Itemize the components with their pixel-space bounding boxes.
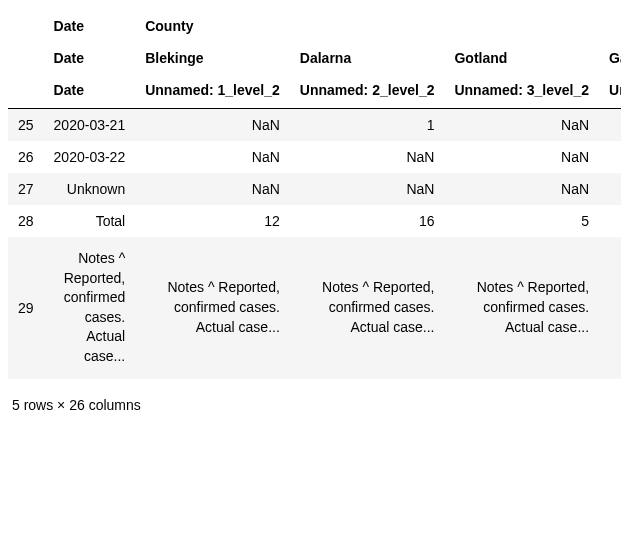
cell-value: 12 <box>135 205 290 237</box>
table-row: 26 2020-03-22 NaN NaN NaN 4 <box>8 141 621 173</box>
cell-notes: Notes ^ Reported, confirmed cases. Actua… <box>599 237 621 379</box>
cell-date: 2020-03-21 <box>44 109 136 142</box>
header-unnamed-3: Unnamed: 3_level_2 <box>444 74 599 109</box>
cell-date: Unknown <box>44 173 136 205</box>
header-row-2: Date Unnamed: 1_level_2 Unnamed: 2_level… <box>8 74 621 109</box>
header-blank-2-0 <box>8 74 44 109</box>
row-index: 28 <box>8 205 44 237</box>
cell-value: 5 <box>444 205 599 237</box>
header-gavleborg: Gävleborg <box>599 42 621 74</box>
row-index: 29 <box>8 237 44 379</box>
header-gotland: Gotland <box>444 42 599 74</box>
header-date-1: Date <box>44 42 136 74</box>
table-row: 25 2020-03-21 NaN 1 NaN 3 <box>8 109 621 142</box>
header-blank-0-0 <box>8 10 44 42</box>
header-date-0: Date <box>44 10 136 42</box>
cell-date: Total <box>44 205 136 237</box>
row-index: 27 <box>8 173 44 205</box>
cell-value: NaN <box>290 173 445 205</box>
row-index: 25 <box>8 109 44 142</box>
header-date-2: Date <box>44 74 136 109</box>
cell-value: 4 <box>599 141 621 173</box>
header-row-1: Date Blekinge Dalarna Gotland Gävleborg … <box>8 42 621 74</box>
cell-value: NaN <box>135 109 290 142</box>
cell-date: 2020-03-22 <box>44 141 136 173</box>
cell-value: 24 <box>599 205 621 237</box>
dataframe-table: Date County Date Blekinge Dalarna Gotlan… <box>8 10 621 379</box>
cell-value: NaN <box>444 173 599 205</box>
cell-value: 3 <box>599 109 621 142</box>
header-county: County <box>135 10 290 42</box>
header-dalarna: Dalarna <box>290 42 445 74</box>
header-unnamed-4: Unnamed: 4_level_2 <box>599 74 621 109</box>
header-blank-0-3 <box>290 10 445 42</box>
table-body: 25 2020-03-21 NaN 1 NaN 3 26 2020-03-22 … <box>8 109 621 379</box>
cell-value: NaN <box>444 109 599 142</box>
dataframe-summary: 5 rows × 26 columns <box>8 397 621 413</box>
cell-notes: Notes ^ Reported, confirmed cases. Actua… <box>44 237 136 379</box>
cell-notes: Notes ^ Reported, confirmed cases. Actua… <box>135 237 290 379</box>
cell-value: NaN <box>135 173 290 205</box>
header-unnamed-1: Unnamed: 1_level_2 <box>135 74 290 109</box>
cell-value: 16 <box>290 205 445 237</box>
header-blekinge: Blekinge <box>135 42 290 74</box>
header-blank-1-0 <box>8 42 44 74</box>
table-row: 29 Notes ^ Reported, confirmed cases. Ac… <box>8 237 621 379</box>
header-row-0: Date County <box>8 10 621 42</box>
table-row: 28 Total 12 16 5 24 <box>8 205 621 237</box>
cell-notes: Notes ^ Reported, confirmed cases. Actua… <box>290 237 445 379</box>
cell-value: NaN <box>444 141 599 173</box>
cell-notes: Notes ^ Reported, confirmed cases. Actua… <box>444 237 599 379</box>
cell-value: NaN <box>135 141 290 173</box>
table-row: 27 Unknown NaN NaN NaN NaN <box>8 173 621 205</box>
header-unnamed-2: Unnamed: 2_level_2 <box>290 74 445 109</box>
row-index: 26 <box>8 141 44 173</box>
cell-value: 1 <box>290 109 445 142</box>
cell-value: NaN <box>290 141 445 173</box>
header-blank-0-4 <box>444 10 599 42</box>
cell-value: NaN <box>599 173 621 205</box>
header-blank-0-5 <box>599 10 621 42</box>
